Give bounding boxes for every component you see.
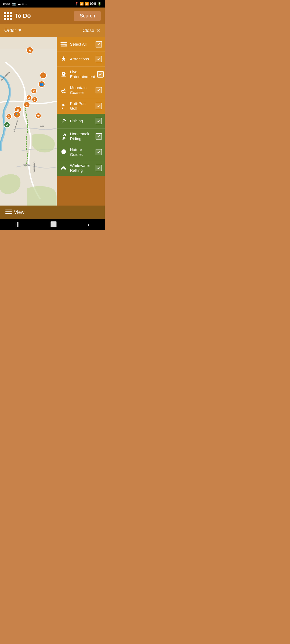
svg-text:burg: burg [40,125,44,127]
fishing-checkbox[interactable] [96,118,102,124]
marker-2b[interactable]: 2 [26,95,32,101]
svg-point-19 [62,166,65,168]
activity-marker-1[interactable]: 🏃 [40,72,47,79]
view-button[interactable]: View [0,207,30,218]
status-left: 8:33 📷 ☁ ⊖ • [3,2,27,6]
bottom-navigation: ||| ⬜ ‹ [0,219,105,230]
whitewater-rafting-label: Whitewater Rafting [70,163,93,173]
star-marker-2[interactable]: ★ [35,113,41,119]
order-close-bar: Order ▼ Close ✕ [0,24,105,37]
close-button[interactable]: Close ✕ [83,27,100,34]
back-gesture-button[interactable]: ||| [10,220,25,229]
svg-rect-20 [5,210,12,210]
app-title: To Do [15,12,31,19]
view-label: View [14,210,24,215]
orange-section: Select All Attractions [57,37,105,114]
horseback-riding-checkbox[interactable] [96,133,102,140]
map-container[interactable]: Historic Nature Trail Parkway Inburg Byp… [0,37,57,219]
svg-rect-6 [60,42,67,43]
whitewater-rafting-checkbox[interactable] [96,165,102,171]
putt-putt-golf-icon [59,102,68,110]
mountain-coaster-item[interactable]: Mountain Coaster [57,82,105,98]
mountain-coaster-label: Mountain Coaster [70,85,93,95]
svg-point-11 [63,73,64,74]
putt-putt-golf-item[interactable]: Putt-Putt Golf [57,98,105,114]
svg-rect-7 [60,44,67,45]
fishing-icon [59,117,68,125]
time: 8:33 [3,2,10,6]
horseback-riding-item[interactable]: Horseback Riding [57,129,105,144]
filter-panel: Select All Attractions [57,37,105,219]
putt-putt-golf-checkbox[interactable] [96,103,102,109]
marker-2e[interactable]: 2 [4,122,10,128]
nature-guides-icon [59,148,68,156]
attractions-icon [59,55,68,63]
location-icon: 📍 [75,2,79,6]
mountain-coaster-icon [59,86,68,94]
live-entertainment-checkbox[interactable] [97,71,104,78]
marker-3[interactable]: 3 [24,101,30,108]
header: To Do Search [0,8,105,24]
nature-guides-item[interactable]: Nature Guides [57,144,105,160]
select-all-checkbox[interactable] [96,41,102,47]
horseback-riding-icon [59,132,68,141]
select-all-label: Select All [70,42,93,47]
svg-text:Parkway: Parkway [23,164,30,166]
wifi-icon: 📶 [80,2,84,6]
marker-2a[interactable]: 2 [31,88,37,94]
whitewater-rafting-icon [59,164,68,172]
main-area: Historic Nature Trail Parkway Inburg Byp… [0,37,105,219]
svg-rect-22 [5,213,12,214]
svg-rect-21 [5,211,12,212]
putt-putt-golf-label: Putt-Putt Golf [70,101,93,111]
activity-marker-2[interactable]: 👥 [38,81,45,88]
mountain-coaster-checkbox[interactable] [96,87,102,93]
close-x-icon: ✕ [96,27,100,34]
nature-guides-label: Nature Guides [70,147,93,157]
close-label: Close [83,28,94,33]
fishing-item[interactable]: Fishing [57,114,105,129]
nature-guides-checkbox[interactable] [96,149,102,155]
svg-rect-14 [62,92,66,93]
bottom-bar: View [0,206,105,219]
select-all-icon [59,40,68,49]
attractions-checkbox[interactable] [96,56,102,62]
attractions-item[interactable]: Attractions [57,52,105,67]
header-left: To Do [4,12,31,20]
live-entertainment-icon [59,70,68,79]
status-bar: 8:33 📷 ☁ ⊖ • 📍 📶 📶 99% 🔋 [0,0,105,8]
star-marker-1[interactable]: ★ [26,47,33,54]
activity-marker-3[interactable]: 🎭 [13,111,20,118]
battery-icon: 🔋 [97,2,102,6]
horseback-riding-label: Horseback Riding [70,131,93,141]
marker-2d[interactable]: 2 [6,114,12,119]
notification-icons: 📷 ☁ ⊖ • [12,2,27,6]
whitewater-rafting-item[interactable]: Whitewater Rafting [57,160,105,176]
live-entertainment-item[interactable]: Live Entertainment [57,67,105,82]
svg-text:Cherokee O...: Cherokee O... [33,162,35,173]
search-button[interactable]: Search [74,11,101,21]
svg-point-17 [64,134,65,135]
status-right: 📍 📶 📶 99% 🔋 [75,2,102,6]
battery: 99% [90,2,96,6]
grid-icon[interactable] [4,12,12,20]
chevron-down-icon: ▼ [17,28,22,33]
green-section: Fishing Horseback Riding [57,114,105,176]
select-all-item[interactable]: Select All [57,37,105,52]
signal-icon: 📶 [85,2,89,6]
live-entertainment-label: Live Entertainment [70,69,95,79]
order-button[interactable]: Order ▼ [4,28,22,33]
attractions-label: Attractions [70,57,93,61]
svg-point-18 [63,135,64,136]
home-button[interactable]: ⬜ [45,219,62,229]
order-label: Order [4,28,16,33]
recents-button[interactable]: ‹ [82,220,95,229]
marker-2c[interactable]: 2 [32,97,38,103]
svg-point-15 [62,108,63,109]
fishing-label: Fishing [70,119,93,123]
list-icon [5,210,12,215]
